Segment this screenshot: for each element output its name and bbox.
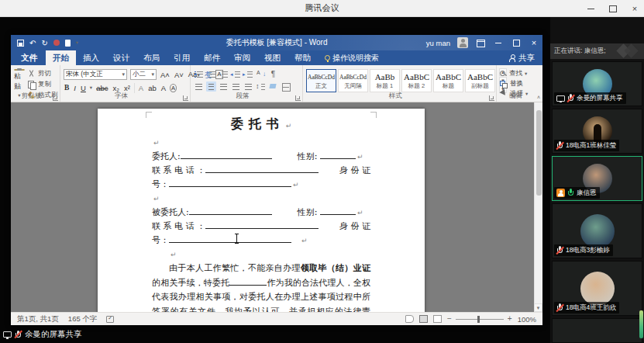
font-size-select[interactable]: 小二▾ [130, 69, 157, 80]
ribbon-display-options-icon[interactable] [475, 37, 486, 48]
maximize-icon[interactable] [608, 4, 618, 13]
word-titlebar[interactable]: ↶ ↻ ▾ 委托书模板 [兼容模式] - Word yu man × [11, 35, 542, 50]
close-icon[interactable]: × [630, 4, 639, 13]
mic-muted-icon [556, 303, 563, 312]
dialog-launcher-icon[interactable] [183, 95, 188, 101]
find-button[interactable]: 查找▾ [500, 69, 528, 78]
stamp-icon[interactable] [53, 40, 60, 46]
chevron-down-icon[interactable]: ▾ [90, 85, 92, 91]
line-spacing-icon[interactable] [256, 81, 266, 92]
tab-开始[interactable]: 开始 [46, 50, 76, 65]
field-blank[interactable] [320, 151, 356, 159]
grow-font-button[interactable]: A˄ [160, 70, 170, 80]
account-avatar[interactable] [457, 37, 468, 48]
multilevel-list-icon[interactable] [219, 69, 229, 79]
word-count[interactable]: 165 个字 [68, 314, 98, 324]
qat-dropdown-icon[interactable]: ▾ [76, 40, 78, 46]
participant-tile[interactable]: 余曼的屏幕共享 [552, 61, 642, 106]
style-无间隔[interactable]: AaBbCcDd无间隔 [338, 69, 368, 92]
tab-视图[interactable]: 视图 [257, 50, 288, 65]
word-minimize-icon[interactable] [493, 37, 504, 48]
shrink-font-button[interactable]: A˅ [174, 70, 184, 80]
bullets-icon[interactable] [194, 69, 204, 79]
style-标题 1[interactable]: AaBb标题 1 [370, 69, 400, 92]
field-blank[interactable] [189, 206, 272, 215]
decrease-indent-icon[interactable] [231, 69, 241, 79]
style-标题[interactable]: AaBbC标题 [433, 69, 463, 92]
redo-icon[interactable]: ↻ [41, 39, 47, 47]
dialog-launcher-icon[interactable] [489, 95, 494, 101]
field-blank[interactable] [320, 206, 356, 215]
participant-tile[interactable]: 18电商3彭榆婷 [552, 203, 642, 258]
read-mode-icon[interactable] [405, 315, 414, 323]
replace-button[interactable]: 替换 [500, 79, 528, 88]
account-name[interactable]: yu man [426, 39, 450, 47]
field-blank[interactable] [205, 165, 319, 173]
field-blank[interactable] [169, 178, 291, 187]
style-副标题[interactable]: AaBbC副标题 [465, 69, 495, 92]
shading-icon[interactable] [268, 81, 278, 92]
collapse-ribbon-icon[interactable]: ˄ [537, 95, 540, 100]
zoom-level[interactable]: 100% [518, 315, 536, 324]
share-footer[interactable]: 余曼的屏幕共享 [3, 329, 82, 340]
page-indicator[interactable]: 第1页, 共1页 [17, 314, 59, 324]
crop-mark [370, 112, 377, 118]
field-blank[interactable] [229, 277, 267, 286]
paste-button[interactable]: 粘贴 ▾ [14, 68, 25, 92]
scroll-down-icon[interactable]: ▼ [534, 303, 542, 312]
tab-审阅[interactable]: 审阅 [227, 50, 257, 65]
participant-tile-partial[interactable] [552, 318, 642, 343]
tab-帮助[interactable]: 帮助 [288, 50, 318, 65]
web-layout-icon[interactable] [433, 315, 442, 323]
enclose-characters-button[interactable]: A [170, 84, 177, 92]
participant-tile[interactable]: 18电商1班林佳莹 [552, 109, 642, 154]
tab-插入[interactable]: 插入 [76, 50, 106, 65]
show-paragraph-marks-icon[interactable]: ¶ [268, 69, 278, 79]
tab-操作说明搜索[interactable]: 操作说明搜索 [318, 50, 386, 65]
zoom-thumb[interactable] [477, 316, 480, 323]
tab-设计[interactable]: 设计 [106, 50, 136, 65]
share-button[interactable]: 共享 [509, 50, 535, 65]
zoom-track[interactable] [456, 319, 504, 320]
tab-引用[interactable]: 引用 [167, 50, 197, 65]
dialog-launcher-icon[interactable] [53, 95, 58, 101]
proofing-icon[interactable] [106, 316, 114, 323]
word-close-icon[interactable]: × [529, 37, 539, 48]
scrollbar-thumb[interactable] [536, 110, 542, 196]
increase-indent-icon[interactable] [243, 69, 253, 79]
align-right-icon[interactable] [219, 81, 229, 92]
zoom-out-icon[interactable]: − [447, 315, 452, 323]
minimize-icon[interactable] [587, 4, 596, 13]
field-blank[interactable] [205, 220, 319, 229]
justify-icon[interactable] [231, 81, 241, 92]
tab-邮件[interactable]: 邮件 [197, 50, 227, 65]
style-正文[interactable]: AaBbCcDd正文 [306, 69, 336, 92]
field-blank[interactable] [169, 234, 291, 243]
cut-button[interactable]: 剪切 [28, 69, 58, 78]
distribute-icon[interactable] [243, 81, 253, 92]
dialog-launcher-icon[interactable] [295, 95, 301, 101]
undo-icon[interactable]: ↶ [29, 39, 36, 47]
align-left-icon[interactable] [194, 81, 204, 92]
document-page[interactable]: 委托书↵↵委托人: 性别: ↵联 系 电 话 ：身 份 证号：↵↵被委托人: 性… [98, 109, 425, 312]
font-name-select[interactable]: 宋体 (中文正▾ [64, 69, 127, 80]
copy-button[interactable]: 复制 [28, 80, 58, 89]
word-restore-icon[interactable] [511, 37, 522, 48]
participant-tile[interactable]: 康信恩 [552, 156, 642, 201]
sort-icon[interactable] [256, 69, 266, 79]
participant-tile[interactable]: 18电商4班王韵欣 [552, 261, 642, 316]
vertical-scrollbar[interactable] [534, 102, 542, 312]
zoom-in-icon[interactable]: + [508, 315, 512, 323]
tab-文件[interactable]: 文件 [12, 50, 46, 65]
participants-scrollbar[interactable] [639, 310, 643, 338]
zoom-slider[interactable]: − + [447, 315, 512, 323]
save-icon[interactable] [17, 40, 24, 47]
borders-icon[interactable] [281, 81, 291, 92]
align-center-icon[interactable] [206, 81, 216, 92]
field-blank[interactable] [181, 151, 272, 159]
document-preview-icon[interactable] [65, 40, 71, 47]
print-layout-icon[interactable] [419, 315, 428, 323]
style-标题 2[interactable]: AaBbC标题 2 [401, 69, 432, 92]
tab-布局[interactable]: 布局 [136, 50, 167, 65]
numbering-icon[interactable] [206, 69, 216, 79]
